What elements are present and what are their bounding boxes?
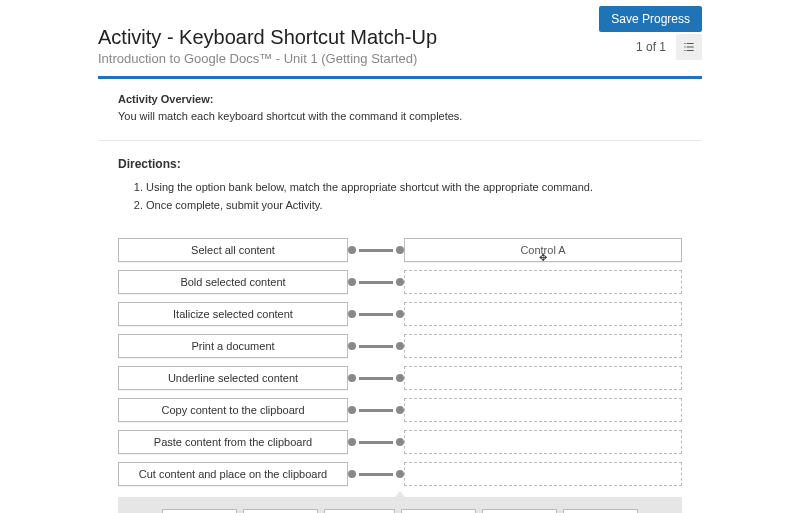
match-row: Italicize selected content (118, 300, 682, 328)
option-chip[interactable]: Control P (563, 509, 638, 513)
answer-dropzone[interactable] (404, 334, 682, 358)
directions-list: Using the option bank below, match the a… (118, 179, 702, 214)
match-row: Underline selected content (118, 364, 682, 392)
overview-heading: Activity Overview: (118, 91, 702, 108)
command-card: Italicize selected content (118, 302, 348, 326)
answer-dropzone[interactable] (404, 366, 682, 390)
answer-dropzone[interactable] (404, 302, 682, 326)
overview-text: You will match each keyboard shortcut wi… (118, 108, 702, 125)
list-icon (682, 40, 696, 54)
command-card: Paste content from the clipboard (118, 430, 348, 454)
connector (348, 334, 404, 358)
directions-item: Using the option bank below, match the a… (146, 179, 702, 197)
directions-item: Once complete, submit your Activity. (146, 197, 702, 215)
answer-dropzone[interactable] (404, 462, 682, 486)
connector (348, 398, 404, 422)
cursor-icon: ✥ (539, 252, 547, 263)
connector (348, 238, 404, 262)
page-subtitle: Introduction to Google Docs™ - Unit 1 (G… (98, 51, 702, 66)
answer-dropzone[interactable] (404, 430, 682, 454)
command-card: Bold selected content (118, 270, 348, 294)
match-row: Copy content to the clipboard (118, 396, 682, 424)
option-chip[interactable]: Control X (482, 509, 557, 513)
command-card: Cut content and place on the clipboard (118, 462, 348, 486)
match-row: Select all contentControl A✥ (118, 236, 682, 264)
option-chip[interactable]: Control I (324, 509, 395, 513)
command-card: Copy content to the clipboard (118, 398, 348, 422)
connector (348, 430, 404, 454)
connector (348, 462, 404, 486)
match-row: Print a document (118, 332, 682, 360)
answer-dropzone[interactable]: Control A✥ (404, 238, 682, 262)
match-row: Bold selected content (118, 268, 682, 296)
page-title: Activity - Keyboard Shortcut Match-Up (98, 26, 702, 49)
connector (348, 366, 404, 390)
command-card: Print a document (118, 334, 348, 358)
match-row: Paste content from the clipboard (118, 428, 682, 456)
connector (348, 270, 404, 294)
match-area: Select all contentControl A✥Bold selecte… (118, 236, 682, 488)
list-view-button[interactable] (676, 34, 702, 60)
option-chip[interactable]: Control B (162, 509, 237, 513)
pager-text: 1 of 1 (636, 40, 666, 54)
option-chip[interactable]: Control C (243, 509, 318, 513)
bank-pointer (395, 491, 405, 497)
command-card: Select all content (118, 238, 348, 262)
answer-dropzone[interactable] (404, 270, 682, 294)
command-card: Underline selected content (118, 366, 348, 390)
directions-heading: Directions: (118, 157, 702, 171)
option-chip[interactable]: Control U (401, 509, 476, 513)
answer-dropzone[interactable] (404, 398, 682, 422)
option-bank: Control BControl CControl IControl UCont… (118, 497, 682, 513)
connector (348, 302, 404, 326)
match-row: Cut content and place on the clipboard (118, 460, 682, 488)
